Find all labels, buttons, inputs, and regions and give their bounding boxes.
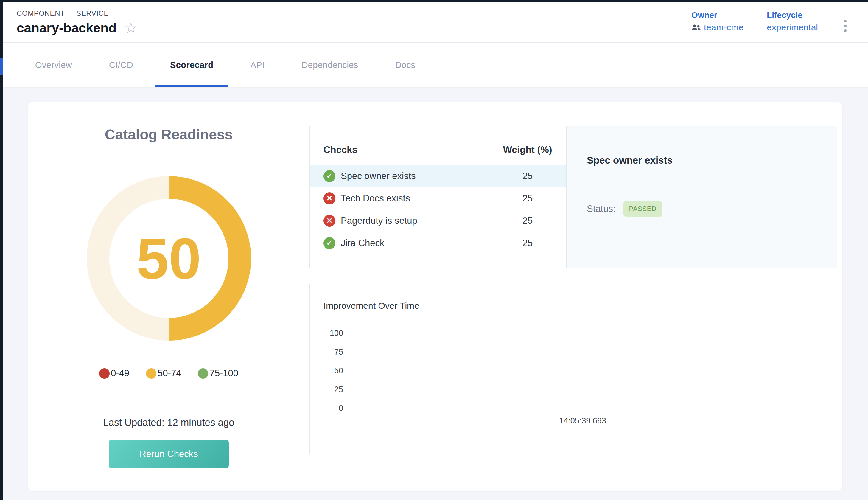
rerun-checks-button[interactable]: Rerun Checks [109,440,229,468]
check-detail-panel: Spec owner exists Status: PASSED [567,126,837,268]
check-detail-title: Spec owner exists [587,155,837,166]
score-gauge: 50 [87,176,251,341]
checks-section: Checks Weight (%) ✓ Spec owner exists 25 [310,126,837,454]
improvement-chart-card: Improvement Over Time 100 75 50 25 0 14:… [310,284,837,454]
tab-bar: Overview CI/CD Scorecard API Dependencie… [3,43,868,88]
check-row-pagerduty[interactable]: ✕ Pagerduty is setup 25 [310,210,566,231]
page-title: canary-backend [17,21,116,35]
legend-item-mid: 50-74 [146,368,181,379]
checks-container: Checks Weight (%) ✓ Spec owner exists 25 [310,126,837,268]
y-tick: 0 [324,399,343,418]
check-passed-icon: ✓ [324,237,335,249]
tab-api[interactable]: API [232,43,283,87]
check-weight: 25 [501,238,554,249]
chart-y-axis: 100 75 50 25 0 [324,324,343,418]
favorite-star-icon[interactable]: ☆ [124,21,138,35]
lifecycle-label: Lifecycle [767,10,818,20]
y-tick: 100 [324,324,343,343]
legend-dot-amber [146,368,157,379]
owner-value[interactable]: team-cme [704,22,743,33]
check-name: Pagerduty is setup [341,215,417,226]
top-frame-edge [0,0,868,2]
score-value: 50 [87,176,251,341]
y-tick: 75 [324,343,343,362]
lifecycle-value: experimental [767,22,818,33]
tab-dependencies[interactable]: Dependencies [283,43,377,87]
chart-title: Improvement Over Time [324,301,419,311]
scorecard-page: COMPONENT — SERVICE canary-backend ☆ Own… [0,0,868,500]
breadcrumb: COMPONENT — SERVICE [17,9,138,18]
tab-ci-cd[interactable]: CI/CD [91,43,152,87]
check-failed-icon: ✕ [324,193,335,204]
legend-dot-green [198,368,208,379]
check-failed-icon: ✕ [324,215,335,227]
tab-docs[interactable]: Docs [377,43,434,87]
checks-column-header: Checks [324,144,357,155]
y-tick: 25 [324,380,343,399]
scorecard-card: Catalog Readiness 50 0-49 50-74 [28,102,842,491]
legend-item-high: 75-100 [198,368,238,379]
legend-dot-red [99,368,109,379]
check-name: Spec owner exists [341,171,416,181]
check-name: Tech Docs exists [341,193,410,204]
x-tick: 14:05:39.693 [559,416,606,425]
checks-table: Checks Weight (%) ✓ Spec owner exists 25 [310,126,567,268]
last-updated-text: Last Updated: 12 minutes ago [103,417,234,428]
check-row-jira[interactable]: ✓ Jira Check 25 [310,232,566,254]
weight-column-header: Weight (%) [501,144,554,155]
collapsed-sidebar-edge [0,0,3,500]
owner-block: Owner team-cme [691,10,743,33]
check-row-spec-owner[interactable]: ✓ Spec owner exists 25 [310,165,566,187]
gauge-section: Catalog Readiness 50 0-49 50-74 [28,102,310,491]
owner-label: Owner [691,10,743,20]
check-weight: 25 [501,193,554,204]
scorecard-title: Catalog Readiness [105,126,233,143]
check-name: Jira Check [341,238,384,249]
check-row-tech-docs[interactable]: ✕ Tech Docs exists 25 [310,188,566,209]
tab-scorecard[interactable]: Scorecard [152,43,232,87]
sidebar-active-indicator [0,58,3,75]
check-passed-icon: ✓ [324,170,335,182]
owner-link[interactable]: team-cme [691,22,743,33]
status-badge: PASSED [623,201,662,217]
entity-header: COMPONENT — SERVICE canary-backend ☆ Own… [3,2,868,43]
lifecycle-block: Lifecycle experimental [767,10,818,33]
checks-table-header: Checks Weight (%) [310,126,566,164]
tab-overview[interactable]: Overview [17,43,91,87]
legend-item-low: 0-49 [99,368,129,379]
check-weight: 25 [501,215,554,226]
kebab-menu-icon[interactable] [841,16,849,36]
y-tick: 50 [324,362,343,380]
people-icon [691,24,701,31]
status-label: Status: [587,204,616,214]
active-tab-indicator [155,84,228,87]
score-legend: 0-49 50-74 75-100 [99,368,238,379]
check-weight: 25 [501,171,554,181]
